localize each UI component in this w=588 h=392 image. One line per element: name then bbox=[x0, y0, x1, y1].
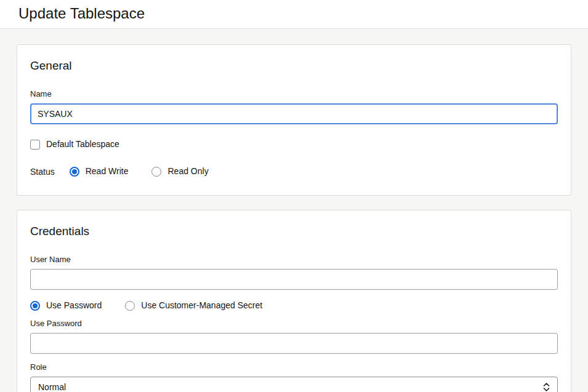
credentials-heading: Credentials bbox=[30, 224, 558, 238]
use-password-input[interactable] bbox=[30, 333, 558, 354]
auth-option-use-password[interactable]: Use Password bbox=[30, 300, 102, 311]
default-tablespace-label: Default Tablespace bbox=[46, 139, 119, 150]
role-select[interactable]: Normal bbox=[30, 377, 558, 392]
role-select-value: Normal bbox=[38, 382, 66, 392]
page-header: Update Tablespace bbox=[0, 0, 588, 29]
name-label: Name bbox=[30, 89, 558, 99]
role-label: Role bbox=[30, 362, 558, 372]
default-tablespace-row: Default Tablespace bbox=[30, 139, 558, 150]
radio-unselected-icon[interactable] bbox=[125, 301, 135, 311]
status-option-read-only[interactable]: Read Only bbox=[151, 166, 208, 177]
radio-selected-icon[interactable] bbox=[70, 167, 79, 177]
use-password-label: Use Password bbox=[30, 319, 558, 329]
status-row: Status Read Write Read Only bbox=[30, 166, 558, 177]
chevron-up-down-icon bbox=[543, 382, 550, 392]
radio-selected-icon[interactable] bbox=[30, 301, 40, 311]
page-title: Update Tablespace bbox=[18, 5, 570, 22]
use-password-option-label: Use Password bbox=[46, 300, 102, 311]
content: General Name Default Tablespace Status R… bbox=[0, 29, 588, 392]
auth-option-customer-managed-secret[interactable]: Use Customer-Managed Secret bbox=[125, 300, 262, 311]
general-heading: General bbox=[30, 58, 558, 73]
user-name-input[interactable] bbox=[30, 269, 558, 290]
user-name-label: User Name bbox=[30, 255, 558, 265]
credentials-section: Credentials User Name Use Password Use C… bbox=[17, 210, 571, 392]
general-section: General Name Default Tablespace Status R… bbox=[17, 44, 571, 196]
status-read-write-label: Read Write bbox=[86, 166, 129, 177]
auth-method-row: Use Password Use Customer-Managed Secret bbox=[30, 300, 558, 311]
customer-managed-secret-option-label: Use Customer-Managed Secret bbox=[141, 300, 262, 311]
status-label: Status bbox=[30, 167, 55, 177]
name-input[interactable] bbox=[30, 103, 558, 124]
status-read-only-label: Read Only bbox=[167, 166, 208, 177]
status-option-read-write[interactable]: Read Write bbox=[70, 166, 129, 177]
default-tablespace-checkbox[interactable] bbox=[30, 140, 40, 150]
radio-unselected-icon[interactable] bbox=[151, 167, 161, 177]
